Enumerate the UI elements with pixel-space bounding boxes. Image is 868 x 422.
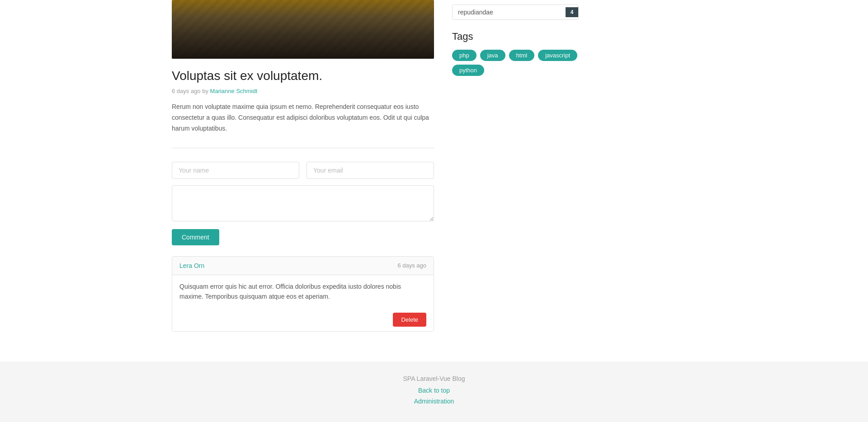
back-to-top-link[interactable]: Back to top: [9, 387, 859, 394]
comment-footer: Delete: [172, 308, 434, 331]
sidebar-search: 4: [452, 5, 579, 20]
comment-form: Comment: [172, 162, 434, 245]
main-content: Voluptas sit ex voluptatem. 6 days ago b…: [163, 0, 705, 352]
tags-list: phpjavahtmljavascriptpython: [452, 50, 579, 76]
footer: SPA Laravel-Vue Blog Back to top Adminis…: [0, 361, 868, 422]
article-meta: 6 days ago by Marianne Schmidt: [172, 88, 434, 94]
article-section: Voluptas sit ex voluptatem. 6 days ago b…: [172, 0, 452, 352]
comment-time: 6 days ago: [397, 262, 426, 269]
delete-comment-button[interactable]: Delete: [393, 313, 426, 327]
tags-title: Tags: [452, 31, 579, 42]
administration-link[interactable]: Administration: [9, 398, 859, 405]
page-wrapper: Voluptas sit ex voluptatem. 6 days ago b…: [0, 0, 868, 422]
sidebar: 4 Tags phpjavahtmljavascriptpython: [452, 0, 579, 352]
tag-pill[interactable]: python: [452, 65, 484, 76]
comment-submit-button[interactable]: Comment: [172, 229, 219, 245]
comment-header: Lera Orn 6 days ago: [172, 257, 434, 275]
form-row: [172, 162, 434, 179]
comment-textarea[interactable]: [172, 185, 434, 221]
sidebar-search-input[interactable]: [453, 5, 566, 19]
comment-card: Lera Orn 6 days ago Quisquam error quis …: [172, 256, 434, 332]
divider: [172, 148, 434, 148]
footer-brand: SPA Laravel-Vue Blog: [9, 375, 859, 382]
article-author-link[interactable]: Marianne Schmidt: [210, 88, 258, 94]
tag-pill[interactable]: java: [480, 50, 505, 61]
name-input[interactable]: [172, 162, 299, 179]
tag-pill[interactable]: php: [452, 50, 476, 61]
tag-pill[interactable]: html: [509, 50, 535, 61]
article-title: Voluptas sit ex voluptatem.: [172, 68, 434, 84]
search-badge[interactable]: 4: [566, 7, 578, 17]
comment-body: Quisquam error quis hic aut error. Offic…: [172, 275, 434, 308]
article-body: Rerum non voluptate maxime quia ipsum et…: [172, 102, 434, 134]
article-meta-text: 6 days ago by: [172, 88, 208, 94]
email-input[interactable]: [307, 162, 434, 179]
hero-image: [172, 0, 434, 59]
tag-pill[interactable]: javascript: [538, 50, 577, 61]
comment-author: Lera Orn: [179, 262, 204, 269]
